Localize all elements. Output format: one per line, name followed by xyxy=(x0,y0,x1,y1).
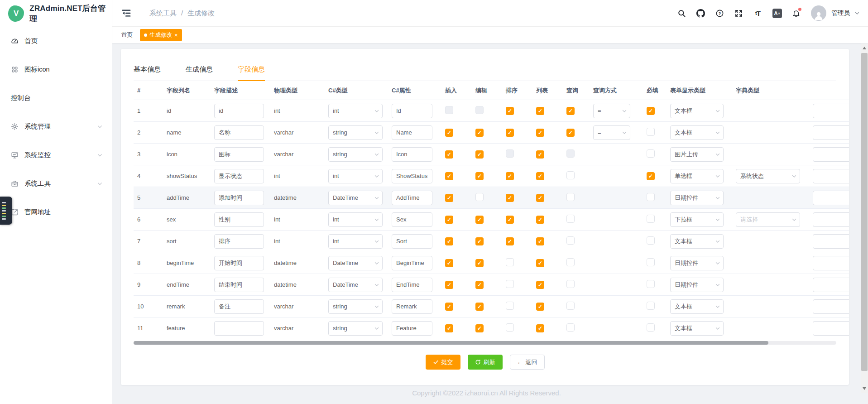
search-icon[interactable] xyxy=(677,9,686,18)
list-checkbox[interactable]: ✓ xyxy=(536,172,544,180)
tag-tab-0[interactable]: 首页 xyxy=(120,29,134,41)
extra-input[interactable] xyxy=(813,321,849,336)
list-checkbox[interactable]: ✓ xyxy=(536,324,544,332)
csharp-type-select[interactable]: int xyxy=(328,169,383,183)
scroll-down-arrow[interactable] xyxy=(863,387,866,390)
insert-checkbox[interactable]: ✓ xyxy=(445,129,453,137)
list-checkbox[interactable]: ✓ xyxy=(536,150,544,159)
theme-drawer-handle[interactable] xyxy=(0,197,12,225)
display-type-select[interactable]: 文本框 xyxy=(670,104,724,118)
csharp-type-select[interactable]: int xyxy=(328,234,383,249)
csharp-type-select[interactable]: string xyxy=(328,321,383,336)
refresh-button[interactable]: 刷新 xyxy=(468,355,503,370)
query-checkbox[interactable] xyxy=(566,236,575,245)
font-size-icon[interactable]: tT xyxy=(753,9,762,18)
extra-input[interactable] xyxy=(813,278,849,292)
query-mode-select[interactable]: = xyxy=(593,104,630,118)
csharp-type-select[interactable]: string xyxy=(328,125,383,140)
edit-checkbox[interactable]: ✓ xyxy=(475,303,484,311)
query-mode-select[interactable]: = xyxy=(593,125,630,140)
required-checkbox[interactable] xyxy=(647,193,655,201)
csharp-type-select[interactable]: string xyxy=(328,147,383,162)
sort-checkbox[interactable]: ✓ xyxy=(506,237,514,245)
sort-checkbox[interactable] xyxy=(506,280,514,288)
required-checkbox[interactable] xyxy=(647,128,655,136)
sort-checkbox[interactable]: ✓ xyxy=(506,216,514,224)
insert-checkbox[interactable]: ✓ xyxy=(445,281,453,289)
extra-input[interactable] xyxy=(813,169,849,183)
query-checkbox[interactable] xyxy=(566,149,575,158)
insert-checkbox[interactable] xyxy=(445,106,453,114)
scroll-up-arrow[interactable] xyxy=(863,47,866,49)
sort-checkbox[interactable]: ✓ xyxy=(506,129,514,137)
list-checkbox[interactable]: ✓ xyxy=(536,216,544,224)
submit-button[interactable]: 提交 xyxy=(426,355,460,370)
insert-checkbox[interactable]: ✓ xyxy=(445,194,453,202)
extra-input[interactable] xyxy=(813,234,849,249)
insert-checkbox[interactable]: ✓ xyxy=(445,324,453,332)
github-icon[interactable] xyxy=(696,9,705,18)
field-desc-input[interactable] xyxy=(214,321,264,336)
bell-icon[interactable] xyxy=(792,9,801,18)
csharp-attr-input[interactable] xyxy=(392,234,432,249)
csharp-type-select[interactable]: DateTime xyxy=(328,191,383,205)
required-checkbox[interactable] xyxy=(647,323,655,332)
display-type-select[interactable]: 日期控件 xyxy=(670,256,724,270)
sidebar-item-icons[interactable]: 图标icon xyxy=(0,55,112,84)
list-checkbox[interactable]: ✓ xyxy=(536,107,544,115)
csharp-attr-input[interactable] xyxy=(392,212,432,227)
sort-checkbox[interactable] xyxy=(506,323,514,332)
sort-checkbox[interactable]: ✓ xyxy=(506,194,514,202)
insert-checkbox[interactable]: ✓ xyxy=(445,303,453,311)
sidebar-item-system-admin[interactable]: 系统管理 xyxy=(0,112,112,141)
field-desc-input[interactable] xyxy=(214,234,264,249)
required-checkbox[interactable] xyxy=(647,236,655,245)
extra-input[interactable] xyxy=(813,212,849,227)
sort-checkbox[interactable] xyxy=(506,302,514,310)
csharp-attr-input[interactable] xyxy=(392,321,432,336)
list-checkbox[interactable]: ✓ xyxy=(536,194,544,202)
back-button[interactable]: ← 返回 xyxy=(510,355,545,370)
sidebar-item-system-monitor[interactable]: 系统监控 xyxy=(0,141,112,169)
field-desc-input[interactable] xyxy=(214,212,264,227)
csharp-attr-input[interactable] xyxy=(392,125,432,140)
extra-input[interactable] xyxy=(813,299,849,314)
query-checkbox[interactable] xyxy=(566,258,575,266)
insert-checkbox[interactable]: ✓ xyxy=(445,150,453,159)
horizontal-scrollbar-thumb[interactable] xyxy=(134,341,768,345)
csharp-attr-input[interactable] xyxy=(392,147,432,162)
display-type-select[interactable]: 日期控件 xyxy=(670,278,724,292)
list-checkbox[interactable]: ✓ xyxy=(536,259,544,267)
csharp-type-select[interactable]: DateTime xyxy=(328,256,383,270)
query-checkbox[interactable] xyxy=(566,215,575,223)
list-checkbox[interactable]: ✓ xyxy=(536,303,544,311)
required-checkbox[interactable]: ✓ xyxy=(647,172,655,180)
display-type-select[interactable]: 下拉框 xyxy=(670,212,724,227)
user-name[interactable]: 管理员 xyxy=(832,9,850,17)
csharp-type-select[interactable]: string xyxy=(328,299,383,314)
sidebar-item-website[interactable]: 官网地址 xyxy=(0,198,112,226)
edit-checkbox[interactable]: ✓ xyxy=(475,150,484,159)
required-checkbox[interactable] xyxy=(647,215,655,223)
sidebar-item-system-tools[interactable]: 系统工具 xyxy=(0,169,112,198)
display-type-select[interactable]: 文本框 xyxy=(670,125,724,140)
field-desc-input[interactable] xyxy=(214,256,264,270)
csharp-type-select[interactable]: int xyxy=(328,212,383,227)
extra-input[interactable] xyxy=(813,147,849,162)
list-checkbox[interactable]: ✓ xyxy=(536,129,544,137)
avatar[interactable] xyxy=(811,5,826,21)
query-checkbox[interactable]: ✓ xyxy=(566,107,575,115)
insert-checkbox[interactable]: ✓ xyxy=(445,216,453,224)
dict-type-select[interactable]: 请选择 xyxy=(736,212,800,227)
sort-checkbox[interactable]: ✓ xyxy=(506,107,514,115)
display-type-select[interactable]: 图片上传 xyxy=(670,147,724,162)
csharp-attr-input[interactable] xyxy=(392,191,432,205)
insert-checkbox[interactable]: ✓ xyxy=(445,237,453,245)
sidebar-item-home[interactable]: 首页 xyxy=(0,27,112,55)
required-checkbox[interactable] xyxy=(647,258,655,266)
tab-generate[interactable]: 生成信息 xyxy=(186,65,213,81)
close-icon[interactable]: × xyxy=(174,32,178,38)
csharp-type-select[interactable]: DateTime xyxy=(328,278,383,292)
breadcrumb-parent[interactable]: 系统工具 xyxy=(149,9,177,17)
csharp-attr-input[interactable] xyxy=(392,299,432,314)
